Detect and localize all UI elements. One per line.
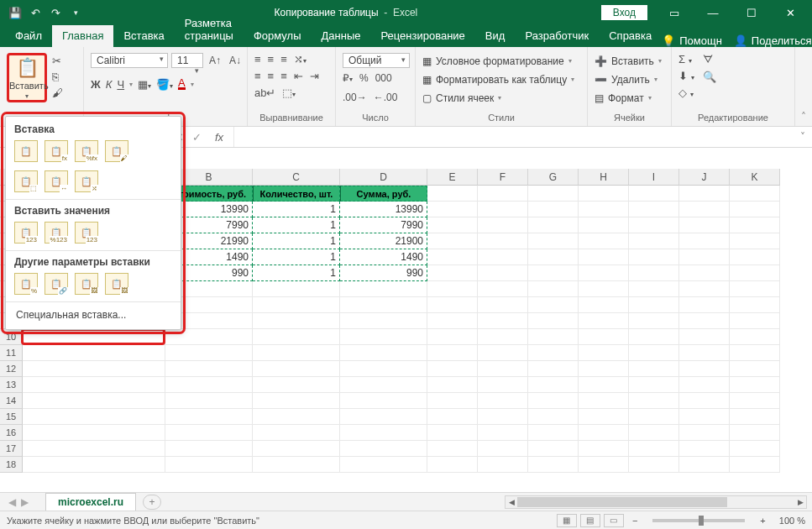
cell[interactable] — [679, 297, 730, 313]
cell[interactable] — [427, 409, 478, 425]
add-sheet-button[interactable]: + — [143, 495, 161, 510]
maximize-icon[interactable]: ☐ — [733, 1, 770, 24]
cell[interactable] — [579, 377, 629, 393]
cell[interactable] — [165, 393, 253, 409]
cell[interactable] — [629, 281, 679, 297]
number-format-select[interactable]: Общий — [343, 53, 410, 68]
paste-col-width-icon[interactable]: 📋↔ — [45, 170, 68, 192]
cell[interactable] — [528, 265, 579, 281]
cell[interactable] — [340, 297, 427, 313]
cell[interactable] — [579, 441, 629, 457]
cell[interactable] — [730, 233, 780, 249]
cell[interactable] — [528, 217, 579, 233]
redo-icon[interactable]: ↷ — [49, 6, 62, 19]
sort-filter-icon[interactable]: ᗊ — [703, 53, 716, 66]
cell[interactable] — [165, 329, 253, 345]
align-left-icon[interactable]: ≡ — [254, 70, 261, 82]
row-header[interactable]: 14 — [0, 393, 23, 409]
cell[interactable] — [528, 409, 579, 425]
tab-home[interactable]: Главная — [52, 25, 113, 47]
italic-button[interactable]: К — [106, 78, 113, 91]
cell[interactable] — [427, 345, 478, 361]
cell[interactable] — [730, 297, 780, 313]
font-size-select[interactable]: 11 — [171, 53, 203, 68]
cell[interactable] — [528, 329, 579, 345]
share-button[interactable]: 👤Поделиться — [734, 34, 812, 47]
cell[interactable] — [340, 329, 427, 345]
cell[interactable] — [253, 377, 340, 393]
zoom-slider[interactable] — [652, 519, 745, 522]
cell[interactable] — [253, 425, 340, 441]
cell[interactable] — [23, 329, 165, 345]
col-header[interactable]: K — [730, 169, 780, 186]
cell[interactable] — [629, 249, 679, 265]
format-as-table-button[interactable]: ▦Форматировать как таблицу▾ — [422, 71, 574, 87]
cell[interactable] — [165, 361, 253, 377]
indent-inc-icon[interactable]: ⇥ — [310, 70, 319, 82]
tab-help[interactable]: Справка — [599, 25, 662, 47]
cell[interactable] — [427, 281, 478, 297]
cell[interactable] — [579, 202, 629, 217]
cell[interactable] — [340, 281, 427, 297]
scroll-left-icon[interactable]: ◀ — [506, 496, 517, 508]
cell[interactable] — [679, 393, 730, 409]
cell[interactable] — [629, 186, 679, 202]
cell[interactable] — [579, 233, 629, 249]
tab-review[interactable]: Рецензирование — [370, 25, 474, 47]
cell[interactable] — [478, 233, 528, 249]
cell[interactable] — [340, 441, 427, 457]
cell[interactable] — [427, 186, 478, 202]
cell[interactable] — [730, 409, 780, 425]
tab-developer[interactable]: Разработчик — [515, 25, 599, 47]
cell[interactable] — [253, 313, 340, 329]
align-right-icon[interactable]: ≡ — [280, 70, 287, 82]
cell[interactable] — [253, 297, 340, 313]
close-icon[interactable]: ✕ — [772, 1, 809, 24]
paste-keep-source-fmt-icon[interactable]: 📋🖌 — [105, 140, 128, 162]
col-header[interactable]: E — [427, 169, 478, 186]
indent-dec-icon[interactable]: ⇤ — [294, 70, 303, 82]
ribbon-options-icon[interactable]: ▭ — [656, 1, 693, 24]
cell[interactable] — [478, 217, 528, 233]
cell[interactable] — [679, 409, 730, 425]
page-layout-view-icon[interactable]: ▤ — [580, 514, 600, 527]
cell[interactable]: 1 — [253, 202, 340, 217]
cell[interactable]: Количество, шт. — [253, 186, 340, 202]
cell[interactable] — [629, 217, 679, 233]
cell[interactable] — [340, 457, 427, 473]
find-select-icon[interactable]: 🔍 — [703, 71, 716, 83]
cell[interactable] — [679, 186, 730, 202]
cell[interactable] — [679, 345, 730, 361]
cell[interactable] — [629, 233, 679, 249]
paste-formulas-icon[interactable]: 📋fx — [45, 140, 68, 162]
cell[interactable] — [165, 457, 253, 473]
cut-icon[interactable]: ✂ — [52, 55, 63, 67]
cell[interactable] — [253, 329, 340, 345]
cell[interactable] — [23, 345, 165, 361]
paste-formulas-numfmt-icon[interactable]: 📋%fx — [75, 140, 98, 162]
cell[interactable]: Сумма, руб. — [340, 186, 427, 202]
cell[interactable] — [730, 361, 780, 377]
cell[interactable] — [730, 249, 780, 265]
paste-no-borders-icon[interactable]: 📋⬚ — [14, 170, 38, 192]
tab-file[interactable]: Файл — [5, 25, 52, 47]
paste-values-icon[interactable]: 📋123 — [14, 222, 38, 244]
cell[interactable] — [478, 457, 528, 473]
cell[interactable] — [340, 425, 427, 441]
cell[interactable] — [730, 329, 780, 345]
cell[interactable] — [478, 377, 528, 393]
cell[interactable]: 1490 — [340, 249, 427, 265]
cell[interactable] — [165, 425, 253, 441]
cell[interactable] — [23, 457, 165, 473]
fx-icon[interactable]: fx — [210, 131, 223, 144]
cell[interactable] — [629, 345, 679, 361]
copy-icon[interactable]: ⎘ — [52, 71, 63, 83]
scroll-thumb[interactable] — [517, 497, 727, 507]
horizontal-scrollbar[interactable]: ◀ ▶ — [505, 495, 807, 509]
cell[interactable] — [23, 393, 165, 409]
cell[interactable] — [679, 202, 730, 217]
cell[interactable] — [478, 313, 528, 329]
cell[interactable] — [730, 281, 780, 297]
cell[interactable] — [579, 409, 629, 425]
cell[interactable] — [679, 265, 730, 281]
